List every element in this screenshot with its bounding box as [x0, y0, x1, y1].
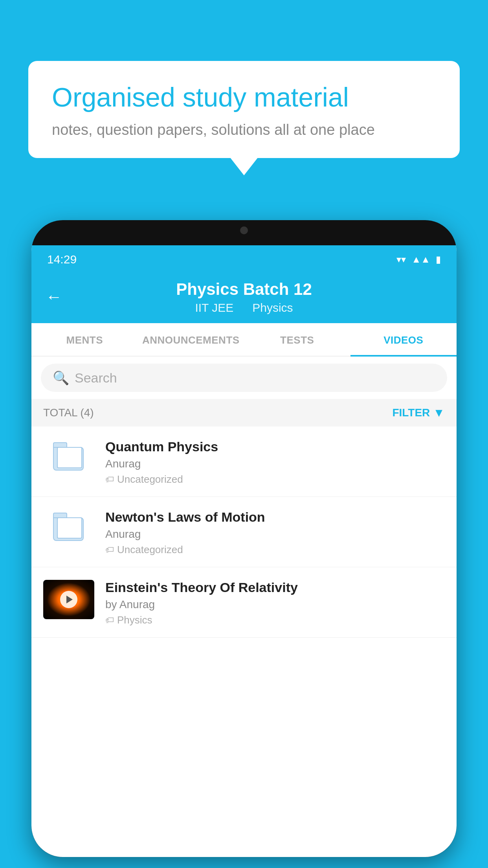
video-list: Quantum Physics Anurag 🏷 Uncategorized: [31, 427, 457, 638]
video-info: Newton's Laws of Motion Anurag 🏷 Uncateg…: [105, 509, 445, 556]
app-title: Physics Batch 12: [176, 280, 312, 299]
play-triangle-icon: [66, 596, 73, 603]
header-tag-physics: Physics: [252, 301, 293, 314]
speech-bubble: Organised study material notes, question…: [28, 61, 460, 158]
bubble-title: Organised study material: [52, 81, 436, 114]
tab-announcements[interactable]: ANNOUNCEMENTS: [138, 323, 244, 356]
video-title: Einstein's Theory Of Relativity: [105, 580, 445, 595]
phone-screen: 14:29 ▾▾ ▲▲ ▮ ← Physics Batch 12 IIT JEE…: [31, 245, 457, 857]
filter-label: FILTER: [392, 406, 430, 419]
tag-label: Uncategorized: [117, 473, 183, 485]
search-placeholder: Search: [75, 370, 117, 386]
tab-tests[interactable]: TESTS: [244, 323, 350, 356]
folder-icon: [53, 442, 84, 471]
tab-ments[interactable]: MENTS: [31, 323, 138, 356]
thumb-bg: [43, 580, 94, 619]
list-item[interactable]: Quantum Physics Anurag 🏷 Uncategorized: [31, 427, 457, 497]
tag-icon: 🏷: [105, 615, 114, 625]
folder-icon-wrap: [43, 509, 94, 541]
back-button[interactable]: ←: [46, 287, 62, 306]
search-bar: 🔍 Search: [31, 357, 457, 399]
search-icon: 🔍: [53, 370, 69, 386]
notch: [205, 220, 283, 241]
wifi-icon: ▾▾: [396, 254, 406, 265]
search-input-wrapper[interactable]: 🔍 Search: [41, 364, 447, 392]
phone-frame: 14:29 ▾▾ ▲▲ ▮ ← Physics Batch 12 IIT JEE…: [31, 220, 457, 857]
signal-icon: ▲▲: [411, 254, 430, 265]
tabs-bar: MENTS ANNOUNCEMENTS TESTS VIDEOS: [31, 323, 457, 357]
filter-icon: ▼: [433, 406, 445, 419]
video-tag: 🏷 Uncategorized: [105, 544, 445, 556]
video-title: Newton's Laws of Motion: [105, 509, 445, 525]
filter-button[interactable]: FILTER ▼: [392, 406, 445, 419]
video-tag: 🏷 Physics: [105, 614, 445, 626]
video-info: Einstein's Theory Of Relativity by Anura…: [105, 580, 445, 626]
tag-icon: 🏷: [105, 545, 114, 555]
app-header: ← Physics Batch 12 IIT JEE Physics: [31, 270, 457, 323]
folder-icon: [53, 513, 84, 541]
status-bar: 14:29 ▾▾ ▲▲ ▮: [31, 245, 457, 270]
list-item[interactable]: Einstein's Theory Of Relativity by Anura…: [31, 567, 457, 638]
battery-icon: ▮: [436, 254, 441, 265]
status-time: 14:29: [47, 253, 77, 266]
bubble-subtitle: notes, question papers, solutions all at…: [52, 121, 436, 138]
video-author: Anurag: [105, 458, 445, 470]
status-icons: ▾▾ ▲▲ ▮: [396, 254, 441, 265]
tag-label: Uncategorized: [117, 544, 183, 556]
video-tag: 🏷 Uncategorized: [105, 473, 445, 485]
tag-icon: 🏷: [105, 474, 114, 485]
video-title: Quantum Physics: [105, 439, 445, 454]
total-count: TOTAL (4): [43, 406, 94, 419]
video-info: Quantum Physics Anurag 🏷 Uncategorized: [105, 439, 445, 485]
list-item[interactable]: Newton's Laws of Motion Anurag 🏷 Uncateg…: [31, 497, 457, 567]
tag-label: Physics: [117, 614, 152, 626]
video-author: Anurag: [105, 528, 445, 541]
header-tag-iitjee: IIT JEE: [195, 301, 233, 314]
tab-videos[interactable]: VIDEOS: [350, 323, 457, 357]
video-thumbnail: [43, 580, 94, 619]
video-author: by Anurag: [105, 598, 445, 611]
folder-icon-wrap: [43, 439, 94, 471]
filter-row: TOTAL (4) FILTER ▼: [31, 399, 457, 427]
camera: [240, 226, 248, 234]
play-button[interactable]: [60, 591, 77, 608]
app-subtitle: IIT JEE Physics: [195, 301, 293, 314]
